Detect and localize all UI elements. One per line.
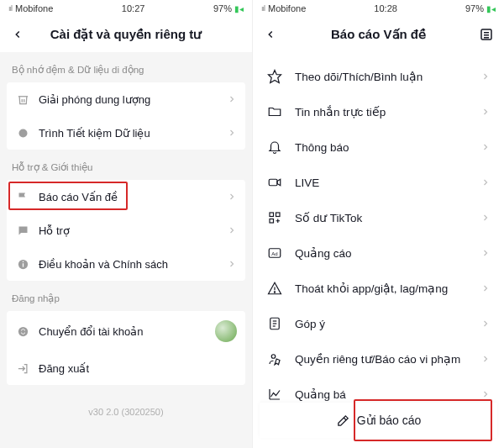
data-saver-icon — [15, 125, 30, 140]
signal-icon: ııl — [261, 4, 265, 13]
chevron-right-icon — [227, 225, 237, 235]
battery-icon: ▮◂ — [486, 4, 496, 13]
category-list: Theo dõi/Thích/Bình luận Tin nhắn trực t… — [253, 52, 504, 412]
row-terms[interactable]: Điều khoản và Chính sách — [7, 247, 245, 281]
chevron-right-icon — [480, 389, 491, 399]
chevron-right-icon — [480, 319, 491, 329]
row-balance[interactable]: Số dư TikTok — [253, 200, 504, 235]
clock: 10:28 — [374, 3, 397, 13]
header: Cài đặt và quyền riêng tư — [0, 17, 252, 52]
switch-icon — [15, 324, 30, 339]
row-notification[interactable]: Thông báo — [253, 129, 504, 165]
carrier-label: Mobifone — [268, 3, 306, 13]
row-privacy[interactable]: Quyền riêng tư/Báo cáo vi phạm — [253, 341, 504, 377]
row-label: Quyền riêng tư/Báo cáo vi phạm — [295, 352, 469, 366]
row-label: Số dư TikTok — [295, 211, 469, 224]
svg-point-18 — [274, 292, 275, 293]
video-icon — [266, 174, 283, 191]
page-title: Báo cáo Vấn đề — [253, 27, 504, 42]
warning-icon — [266, 280, 283, 297]
status-bar: ııl Mobifone 10:27 97% ▮◂ — [0, 0, 252, 17]
clock: 10:27 — [122, 3, 145, 13]
send-report-button[interactable]: Gửi báo cáo — [260, 403, 497, 438]
row-feedback[interactable]: Góp ý — [253, 306, 504, 341]
row-label: Giải phóng dung lượng — [39, 93, 218, 106]
battery-icon: ▮◂ — [234, 4, 244, 13]
signal-icon: ııl — [8, 4, 12, 13]
row-label: Thoát khỏi app/giật, lag/mạng — [295, 282, 469, 295]
info-icon — [15, 256, 30, 271]
row-data-saver[interactable]: Trình Tiết kiệm Dữ liệu — [7, 116, 245, 150]
svg-rect-13 — [276, 213, 281, 217]
chevron-right-icon — [480, 283, 491, 293]
bell-icon — [266, 139, 283, 155]
section-cache: Giải phóng dung lượng Trình Tiết kiệm Dữ… — [7, 82, 245, 150]
svg-rect-10 — [269, 179, 277, 186]
row-label: Quảng bá — [295, 387, 469, 401]
battery-percent: 97% — [213, 3, 232, 13]
edit-icon — [336, 414, 350, 428]
logout-icon — [15, 361, 30, 376]
row-label: Tin nhắn trực tiếp — [295, 105, 469, 119]
back-button[interactable] — [8, 25, 27, 44]
row-help[interactable]: Hỗ trợ — [7, 213, 245, 247]
row-logout[interactable]: Đăng xuất — [7, 351, 245, 385]
section-label-login: Đăng nhập — [0, 281, 252, 311]
chevron-right-icon — [480, 142, 491, 152]
chevron-right-icon — [227, 128, 237, 138]
row-label: Góp ý — [295, 318, 469, 330]
row-live[interactable]: LIVE — [253, 165, 504, 200]
row-dm[interactable]: Tin nhắn trực tiếp — [253, 94, 504, 129]
row-label: Đăng xuất — [39, 362, 237, 375]
svg-point-0 — [18, 129, 27, 137]
row-label: Theo dõi/Thích/Bình luận — [295, 70, 469, 83]
row-ads[interactable]: Ad Quảng cáo — [253, 235, 504, 271]
row-switch-account[interactable]: Chuyển đổi tài khoản — [7, 311, 245, 351]
row-label: Thông báo — [295, 141, 469, 154]
row-label: Trình Tiết kiệm Dữ liệu — [39, 127, 218, 140]
chevron-right-icon — [480, 107, 491, 117]
user-shield-icon — [266, 350, 283, 367]
note-icon — [266, 315, 283, 332]
flag-icon — [15, 189, 30, 204]
chevron-right-icon — [480, 354, 491, 364]
chevron-right-icon — [480, 213, 491, 223]
row-free-space[interactable]: Giải phóng dung lượng — [7, 82, 245, 116]
row-label: Báo cáo Vấn đề — [39, 191, 218, 203]
row-label: Điều khoản và Chính sách — [39, 258, 218, 271]
back-button[interactable] — [261, 25, 280, 44]
battery-percent: 97% — [465, 3, 484, 13]
row-report-issue[interactable]: Báo cáo Vấn đề — [7, 180, 245, 213]
chevron-right-icon — [227, 192, 237, 202]
page-title: Cài đặt và quyền riêng tư — [0, 27, 252, 42]
section-label-support: Hỗ trợ & Giới thiệu — [0, 150, 252, 180]
chevron-right-icon — [480, 248, 491, 258]
settings-screen: ııl Mobifone 10:27 97% ▮◂ Cài đặt và quy… — [0, 0, 252, 448]
carrier-label: Mobifone — [15, 3, 53, 13]
chevron-right-icon — [480, 71, 491, 82]
row-label: LIVE — [295, 177, 469, 189]
chat-icon — [15, 223, 30, 238]
header: Báo cáo Vấn đề — [253, 17, 504, 52]
row-label: Chuyển đổi tài khoản — [39, 325, 207, 338]
trash-icon — [15, 92, 30, 107]
svg-rect-2 — [22, 263, 23, 266]
chevron-right-icon — [227, 94, 237, 104]
list-button[interactable] — [477, 25, 496, 44]
section-label-cache: Bộ nhớ đệm & Dữ liệu di động — [0, 52, 252, 82]
svg-rect-3 — [22, 261, 23, 261]
svg-point-23 — [271, 355, 276, 359]
svg-text:Ad: Ad — [271, 251, 277, 256]
folder-icon — [266, 103, 283, 120]
row-crash[interactable]: Thoát khỏi app/giật, lag/mạng — [253, 271, 504, 306]
row-follow-like[interactable]: Theo dõi/Thích/Bình luận — [253, 59, 504, 94]
avatar — [215, 320, 237, 342]
row-label: Quảng cáo — [295, 246, 469, 260]
star-icon — [266, 68, 283, 85]
version-label: v30 2.0 (3020250) — [0, 407, 252, 417]
grid-icon — [266, 209, 283, 226]
chevron-right-icon — [227, 259, 237, 269]
svg-rect-14 — [270, 219, 274, 224]
chevron-right-icon — [480, 177, 491, 187]
section-login: Chuyển đổi tài khoản Đăng xuất — [7, 311, 245, 385]
